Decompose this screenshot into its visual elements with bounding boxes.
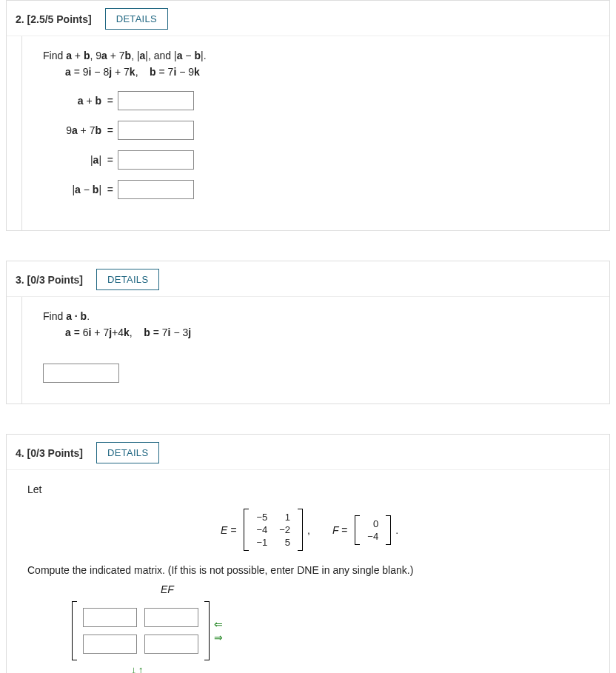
question-number-points: 4. [0/3 Points] (16, 447, 83, 459)
question-number-points: 3. [0/3 Points] (16, 274, 83, 286)
matrix-cell: −5 (250, 511, 273, 523)
matrix-cell: −4 (361, 530, 384, 543)
add-column-icon[interactable]: ⇒ (214, 632, 223, 643)
matrix-answer-input[interactable] (144, 608, 198, 627)
answer-label: 9a + 7b = (43, 124, 118, 136)
matrix-E: −51 −4−2 −15 (244, 509, 303, 551)
answer-row: |a − b| = (43, 180, 589, 199)
answer-label: |a − b| = (43, 184, 118, 195)
matrix-answer-input[interactable] (83, 635, 137, 654)
result-label: EF (161, 583, 589, 595)
answer-label: |a| = (43, 154, 118, 166)
matrix-cell: 0 (361, 518, 384, 530)
answer-input[interactable] (43, 364, 119, 383)
matrix-label: E = (218, 524, 239, 536)
question-prompt: Find a · b. (43, 310, 589, 322)
matrix-cell: 5 (273, 536, 296, 549)
column-arrows[interactable]: ⇐ ⇒ (214, 619, 223, 643)
matrix-answer-input[interactable] (83, 608, 137, 627)
row-arrows[interactable]: ↓↑ (131, 663, 589, 673)
remove-row-icon[interactable]: ↑ (138, 663, 146, 673)
question-body: Find a + b, 9a + 7b, |a|, and |a − b|. a… (21, 36, 609, 230)
answer-input[interactable] (118, 91, 194, 110)
details-button[interactable]: DETAILS (105, 8, 168, 30)
matrix-cell: −2 (273, 523, 296, 536)
instruction-text: Compute the indicated matrix. (If this i… (27, 564, 589, 576)
matrix-cell: 1 (273, 511, 296, 523)
period: . (395, 524, 398, 536)
question-body: Find a · b. a = 6i + 7j+4k, b = 7i − 3j (21, 297, 609, 404)
answer-matrix (72, 601, 210, 660)
given-vectors: a = 6i + 7j+4k, b = 7i − 3j (65, 327, 589, 338)
question-prompt: Find a + b, 9a + 7b, |a|, and |a − b|. (43, 50, 589, 61)
details-button[interactable]: DETAILS (96, 269, 159, 290)
matrix-cell: −4 (250, 523, 273, 536)
given-vectors: a = 9i − 8j + 7k, b = 7i − 9k (65, 66, 589, 78)
answer-label: a + b = (43, 95, 118, 107)
matrix-cell: −1 (250, 536, 273, 549)
matrix-answer-input[interactable] (144, 635, 198, 654)
matrix-F: 0 −4 (355, 515, 391, 545)
answer-input[interactable] (118, 180, 194, 199)
answer-row: 9a + 7b = (43, 121, 589, 140)
question-2: 2. [2.5/5 Points] DETAILS Find a + b, 9a… (6, 0, 610, 231)
question-header: 3. [0/3 Points] DETAILS (7, 261, 609, 297)
question-header: 4. [0/3 Points] DETAILS (7, 435, 609, 470)
matrix-label: F = (329, 524, 350, 536)
answer-input[interactable] (118, 121, 194, 140)
remove-column-icon[interactable]: ⇐ (214, 619, 223, 629)
question-4: 4. [0/3 Points] DETAILS Let E = −51 −4−2… (6, 434, 610, 673)
answer-input[interactable] (118, 150, 194, 170)
add-row-icon[interactable]: ↓ (131, 663, 138, 673)
answer-row: a + b = (43, 91, 589, 110)
question-number-points: 2. [2.5/5 Points] (16, 13, 92, 25)
answer-row: |a| = (43, 150, 589, 170)
question-header: 2. [2.5/5 Points] DETAILS (7, 1, 609, 36)
matrix-definition-line: E = −51 −4−2 −15 , F = 0 (218, 509, 398, 551)
let-label: Let (27, 483, 589, 495)
question-body: Let E = −51 −4−2 −15 , F = (7, 470, 609, 673)
details-button[interactable]: DETAILS (96, 442, 159, 463)
matrix-answer-area: ⇐ ⇒ (72, 601, 589, 660)
comma: , (307, 524, 310, 536)
question-3: 3. [0/3 Points] DETAILS Find a · b. a = … (6, 261, 610, 404)
